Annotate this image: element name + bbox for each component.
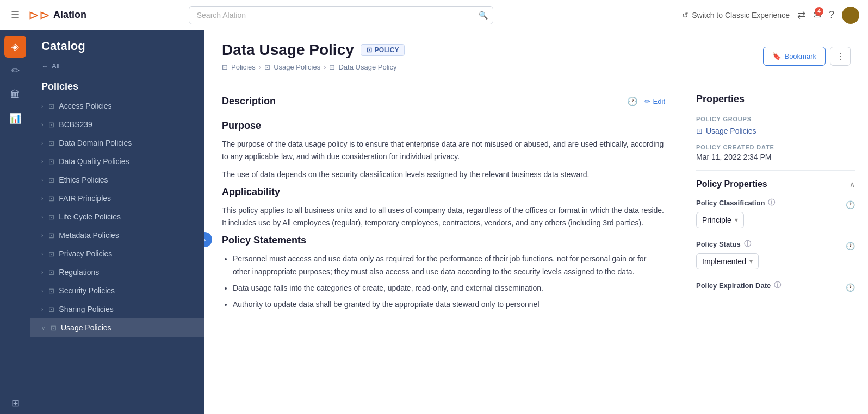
refresh-icon: ↺ xyxy=(682,11,689,20)
page-title: Data Usage Policy xyxy=(222,41,354,59)
page-header-left: Data Usage Policy ⊡ POLICY ⊡ Policies › … xyxy=(222,41,405,71)
help-button[interactable]: ? xyxy=(829,9,834,21)
policy-groups-value: ⊡ Usage Policies xyxy=(696,127,855,135)
search-input[interactable] xyxy=(189,6,493,24)
customize-button[interactable]: ⇄ xyxy=(797,9,805,21)
policy-group-icon: ⊡ xyxy=(48,268,54,277)
breadcrumb-link-policies[interactable]: Policies xyxy=(231,63,256,71)
policy-expiration-header: Policy Expiration Date ⓘ 🕐 xyxy=(696,280,855,294)
chevron-icon: › xyxy=(41,177,43,183)
description-header: Description 🕐 ✏ Edit xyxy=(222,96,665,107)
more-options-button[interactable]: ⋮ xyxy=(830,47,851,66)
policy-group-icon: ⊡ xyxy=(51,324,57,332)
back-arrow-icon: ← xyxy=(41,62,48,70)
search-icon: 🔍 xyxy=(479,11,488,20)
policy-classification-dropdown[interactable]: Principle ▾ xyxy=(696,212,744,228)
notification-badge: 4 xyxy=(815,7,823,16)
bookmark-button[interactable]: 🔖 Bookmark xyxy=(763,47,826,66)
chevron-icon: › xyxy=(41,251,43,257)
notifications-button[interactable]: ✉ 4 xyxy=(813,9,821,21)
sidebar-item-fair-principles[interactable]: › ⊡ FAIR Principles xyxy=(30,189,204,208)
policy-created-label: POLICY CREATED DATE xyxy=(696,144,855,150)
policy-status-label: Policy Status ⓘ xyxy=(696,239,751,249)
section-text-applicability: This policy applies to all business unit… xyxy=(222,204,665,229)
chevron-icon: › xyxy=(41,214,43,220)
main-content: Data Usage Policy ⊡ POLICY ⊡ Policies › … xyxy=(204,30,868,414)
policy-group-icon: ⊡ xyxy=(48,213,54,221)
policy-classification-info-icon[interactable]: ⓘ xyxy=(768,198,775,208)
breadcrumb-link-usage-policies[interactable]: Usage Policies xyxy=(274,63,320,71)
hamburger-button[interactable]: ☰ xyxy=(9,7,22,23)
section-applicability: Applicability This policy applies to all… xyxy=(222,186,665,229)
sidebar-icon-catalog[interactable]: ◈ xyxy=(4,36,26,58)
chevron-icon: › xyxy=(41,233,43,239)
sidebar-item-life-cycle-policies[interactable]: › ⊡ Life Cycle Policies xyxy=(30,208,204,226)
logo-icon: ⊳⊳ xyxy=(28,8,50,23)
left-nav: Catalog ← All Policies › ⊡ Access Polici… xyxy=(30,30,204,414)
search-bar: 🔍 xyxy=(189,6,493,24)
section-heading-policy-statements: Policy Statements xyxy=(222,235,665,246)
policy-group-icon: ⊡ xyxy=(48,158,54,166)
policy-status-history-button[interactable]: 🕐 xyxy=(846,242,855,250)
section-text-purpose: The purpose of the data usage policy is … xyxy=(222,138,665,163)
sidebar-item-data-domain-policies[interactable]: › ⊡ Data Domain Policies xyxy=(30,134,204,152)
policy-group-icon: ⊡ xyxy=(696,127,703,135)
chevron-icon: › xyxy=(41,288,43,294)
policy-classification-row: Policy Classification ⓘ 🕐 Principle ▾ xyxy=(696,198,855,228)
description-title: Description xyxy=(222,96,276,107)
edit-button[interactable]: ✏ Edit xyxy=(644,97,665,105)
policy-expiration-row: Policy Expiration Date ⓘ 🕐 xyxy=(696,280,855,294)
sidebar-item-bcbs239[interactable]: › ⊡ BCBS239 xyxy=(30,115,204,134)
logo[interactable]: ⊳⊳ Alation xyxy=(28,8,86,23)
bookmark-icon: 🔖 xyxy=(772,52,781,60)
sidebar-icon-search[interactable]: ✏ xyxy=(4,60,26,81)
chevron-icon: › xyxy=(41,196,43,202)
policy-status-dropdown[interactable]: Implemented ▾ xyxy=(696,253,759,269)
sidebar-item-data-quality-policies[interactable]: › ⊡ Data Quality Policies xyxy=(30,152,204,171)
divider xyxy=(696,170,855,171)
chevron-icon-expanded: ∨ xyxy=(41,325,45,331)
sidebar-item-metadata-policies[interactable]: › ⊡ Metadata Policies xyxy=(30,226,204,244)
policy-classification-history-button[interactable]: 🕐 xyxy=(846,200,855,209)
section-policy-statements: Policy Statements Personnel must access … xyxy=(222,235,665,311)
section-text-purpose-2: The use of data depends on the security … xyxy=(222,168,665,181)
section-purpose: Purpose The purpose of the data usage po… xyxy=(222,120,665,181)
sidebar-icon-governance[interactable]: 🏛 xyxy=(4,84,26,105)
history-button[interactable]: 🕐 xyxy=(627,96,638,106)
switch-experience-button[interactable]: ↺ Switch to Classic Experience xyxy=(682,11,790,20)
policy-props-header: Policy Properties ∧ xyxy=(696,179,855,189)
sidebar-item-regulations[interactable]: › ⊡ Regulations xyxy=(30,263,204,281)
sidebar-item-sharing-policies[interactable]: › ⊡ Sharing Policies xyxy=(30,300,204,318)
policy-group-icon: ⊡ xyxy=(48,102,54,110)
back-button[interactable]: ← All xyxy=(30,60,204,77)
topnav: ☰ ⊳⊳ Alation 🔍 ↺ Switch to Classic Exper… xyxy=(0,0,868,30)
chevron-icon: › xyxy=(41,140,43,146)
policy-badge-icon: ⊡ xyxy=(367,46,372,54)
sidebar-item-access-policies[interactable]: › ⊡ Access Policies xyxy=(30,97,204,115)
sidebar-item-usage-policies[interactable]: ∨ ⊡ Usage Policies xyxy=(30,318,204,337)
sidebar-icon-analytics[interactable]: 📊 xyxy=(4,108,26,129)
breadcrumb: ⊡ Policies › ⊡ Usage Policies › ⊡ Data U… xyxy=(222,63,405,71)
description-panel: Description 🕐 ✏ Edit Purpose The purpos xyxy=(204,80,683,330)
policy-status-info-icon[interactable]: ⓘ xyxy=(744,239,751,249)
sidebar-item-ethics-policies[interactable]: › ⊡ Ethics Policies xyxy=(30,171,204,189)
sidebar-icon-apps[interactable]: ⊞ xyxy=(4,392,26,414)
properties-title: Properties xyxy=(696,93,855,105)
sidebar-item-security-policies[interactable]: › ⊡ Security Policies xyxy=(30,281,204,300)
avatar[interactable] xyxy=(842,7,859,24)
policy-groups-link[interactable]: Usage Policies xyxy=(706,127,757,135)
policy-group-icon: ⊡ xyxy=(48,121,54,129)
catalog-heading: Catalog xyxy=(30,30,204,60)
policy-badge: ⊡ POLICY xyxy=(361,44,405,56)
collapse-policy-props-button[interactable]: ∧ xyxy=(850,180,855,189)
nav-actions: ↺ Switch to Classic Experience ⇄ ✉ 4 ? xyxy=(682,7,859,24)
dropdown-arrow-icon: ▾ xyxy=(735,216,738,224)
policy-expiration-info-icon[interactable]: ⓘ xyxy=(774,280,781,290)
sidebar-item-privacy-policies[interactable]: › ⊡ Privacy Policies xyxy=(30,244,204,263)
chevron-icon: › xyxy=(41,122,43,128)
list-item: Authority to update data shall be grante… xyxy=(233,298,665,311)
policy-expiration-history-button[interactable]: 🕐 xyxy=(846,283,855,292)
section-heading-purpose: Purpose xyxy=(222,120,665,131)
breadcrumb-icon-1: ⊡ xyxy=(264,63,270,71)
list-item: Personnel must access and use data only … xyxy=(233,253,665,279)
